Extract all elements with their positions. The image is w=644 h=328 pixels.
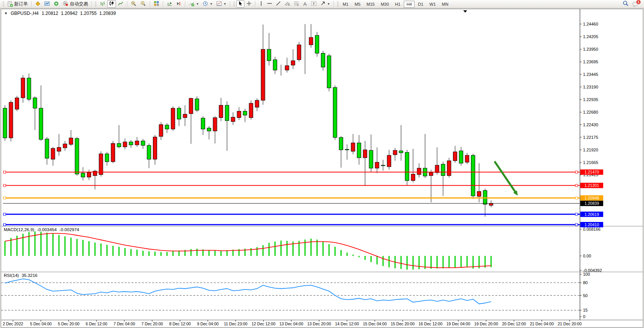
chart-canvas[interactable]: 1.244601.242051.239501.236951.234451.231… <box>1 9 643 327</box>
text-tool-button[interactable]: A <box>301 0 309 8</box>
toolbar-grip[interactable] <box>233 2 235 7</box>
window-menu-icon[interactable]: ▼ <box>4 11 8 15</box>
toolbar-grip[interactable] <box>95 2 96 7</box>
trendline-icon <box>276 1 281 7</box>
candle-body <box>351 143 355 151</box>
signals-button[interactable] <box>52 0 61 8</box>
chart-shift-button[interactable] <box>174 0 183 8</box>
candle-body <box>15 98 19 109</box>
timeframe-M1[interactable]: M1 <box>340 1 351 8</box>
tile-windows-button[interactable] <box>152 0 161 8</box>
candle-body <box>33 98 37 108</box>
candle-body <box>285 66 289 70</box>
auto-trading-button[interactable]: 自动交易 <box>61 0 90 8</box>
candle-body <box>297 45 301 60</box>
text-tool-icon: A <box>303 2 307 6</box>
channel-icon: E <box>284 1 290 7</box>
candle-body <box>375 162 379 168</box>
candle-body <box>381 165 385 166</box>
rsi-value: 35.3216 <box>22 273 38 278</box>
candle-body <box>369 150 373 168</box>
cursor-icon <box>238 1 243 7</box>
shift-marker-icon[interactable] <box>463 10 467 13</box>
candle-body <box>219 105 223 117</box>
macd-value: -0.003454 <box>37 227 57 232</box>
price-tick-label: 1.24460 <box>583 22 598 26</box>
candle-body <box>339 137 343 150</box>
vertical-line-tool-button[interactable] <box>257 0 265 8</box>
trendline-tool-button[interactable] <box>274 0 283 8</box>
separator <box>150 1 150 7</box>
timeframe-W1[interactable]: W1 <box>427 1 438 8</box>
toolbar-grip[interactable] <box>3 2 4 7</box>
text-label-tool-button[interactable]: T <box>309 0 318 8</box>
cursor-tool-button[interactable] <box>236 0 244 8</box>
line-handle[interactable] <box>3 223 6 226</box>
candle-body <box>3 108 7 138</box>
arrows-tool-button[interactable]: ▼ <box>319 0 332 8</box>
line-chart-mode-button[interactable] <box>116 0 125 8</box>
chart-wizard-button[interactable] <box>34 0 42 8</box>
candle-body <box>153 137 157 159</box>
candle-body <box>255 100 259 107</box>
timeframe-MN[interactable]: MN <box>439 1 451 8</box>
timeframe-M15[interactable]: M15 <box>364 1 377 8</box>
profiles-button[interactable] <box>43 0 51 8</box>
annotation-arrow[interactable] <box>495 161 516 192</box>
timeframe-M5[interactable]: M5 <box>352 1 363 8</box>
line-handle[interactable] <box>3 197 6 199</box>
time-axis-label: 15 Dec 04:00 <box>363 322 387 326</box>
channel-tool-button[interactable]: E <box>283 0 292 8</box>
new-order-button[interactable]: 新订单 <box>6 0 29 8</box>
candle-body <box>69 138 73 145</box>
profiles-icon <box>44 1 50 8</box>
timeframe-H4[interactable]: H4 <box>404 1 414 8</box>
auto-scroll-button[interactable] <box>165 0 174 8</box>
time-axis-label: 6 Dec 12:00 <box>86 322 108 326</box>
timeframe-D1[interactable]: D1 <box>415 1 426 8</box>
timeframe-M30[interactable]: M30 <box>378 1 392 8</box>
candle-body <box>267 49 271 61</box>
line-handle[interactable] <box>3 171 6 173</box>
bar-chart-icon <box>100 1 105 8</box>
candlestick-mode-button[interactable] <box>107 0 116 8</box>
time-axis-label: 21 Dec 20:00 <box>558 322 582 326</box>
line-handle[interactable] <box>3 184 6 187</box>
candle-body <box>27 78 31 100</box>
vertical-line-icon <box>259 1 263 7</box>
search-button[interactable] <box>621 0 630 8</box>
periods-button[interactable]: ▼ <box>201 0 214 8</box>
zoom-in-button[interactable] <box>129 0 138 8</box>
candle-body <box>435 165 439 172</box>
timeframe-H1[interactable]: H1 <box>392 1 403 8</box>
rsi-tick-label: 50 <box>583 293 588 298</box>
candle-body <box>63 144 67 148</box>
new-order-label: 新订单 <box>14 1 28 7</box>
zoom-out-button[interactable] <box>139 0 148 8</box>
candle-body <box>459 151 463 163</box>
price-tick-label: 1.23190 <box>583 85 598 89</box>
line-handle[interactable] <box>575 197 578 199</box>
crosshair-tool-button[interactable] <box>245 0 253 8</box>
line-handle[interactable] <box>575 213 578 215</box>
line-handle[interactable] <box>575 223 578 226</box>
time-axis-label: 12 Dec 12:00 <box>252 322 276 326</box>
line-handle[interactable] <box>3 213 6 215</box>
line-handle[interactable] <box>575 171 578 173</box>
time-axis-label: 5 Dec 20:00 <box>58 322 80 326</box>
candle-body <box>483 190 487 204</box>
horizontal-line-tool-button[interactable] <box>265 0 274 8</box>
candle-body <box>141 141 145 145</box>
candle-body <box>207 128 211 131</box>
candle-body <box>51 148 55 159</box>
indicators-button[interactable]: ▼ <box>187 0 201 8</box>
fibonacci-tool-button[interactable]: F <box>292 0 301 8</box>
line-handle[interactable] <box>575 184 578 187</box>
candle-body <box>135 141 139 145</box>
price-tick-label: 1.21665 <box>583 160 598 165</box>
candle-body <box>417 168 421 175</box>
bar-chart-mode-button[interactable] <box>98 0 107 8</box>
toolbar-grip[interactable] <box>337 2 339 7</box>
notifications-button[interactable]: 1 <box>631 0 640 8</box>
templates-button[interactable]: ▼ <box>215 0 228 8</box>
